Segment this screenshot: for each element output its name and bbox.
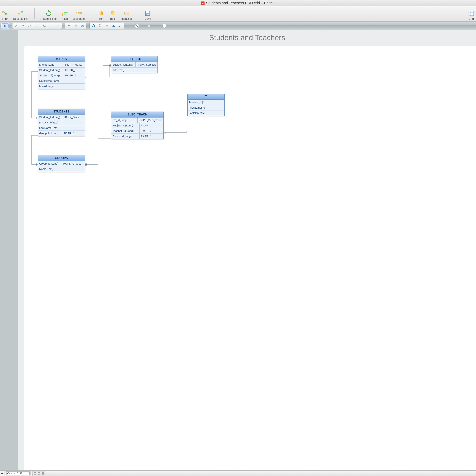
entity-row: FirstName(Te bbox=[187, 105, 224, 110]
zoom-thumb[interactable] bbox=[148, 25, 151, 27]
reverse-link-button[interactable]: Reverse link bbox=[13, 10, 28, 20]
zoom-value: Custom 61% bbox=[7, 472, 22, 475]
view-tools bbox=[89, 23, 124, 29]
entity-row: Group_Id(Long)FK:FR_4 bbox=[38, 131, 85, 136]
diagram-title: Students and Teachers bbox=[18, 34, 476, 42]
status-nav-button[interactable]: ► bbox=[0, 471, 4, 476]
entity-row: MarkId(Long)PK:PK_Marks bbox=[38, 62, 85, 68]
entity-students[interactable]: STUDENTS Student_Id(Long)PK:PK_Students … bbox=[38, 109, 85, 136]
back-button[interactable]: Back bbox=[109, 10, 117, 20]
bring-front-icon bbox=[98, 10, 104, 16]
entity-row: Group_Id(Long)PK:PK_Groups bbox=[38, 161, 85, 166]
svg-point-37 bbox=[99, 25, 101, 26]
curve-tool[interactable] bbox=[27, 23, 33, 28]
entity-header: STUDENTS bbox=[38, 109, 85, 115]
rotate-flip-button[interactable]: Rotate & Flip bbox=[41, 10, 57, 20]
entity-subjteach[interactable]: SUBJ_TEACH ST_Id(Long)PK:PK_Subj_Teach S… bbox=[111, 112, 164, 139]
svg-rect-14 bbox=[112, 12, 115, 15]
svg-rect-20 bbox=[469, 11, 474, 16]
svg-rect-6 bbox=[64, 12, 68, 13]
svg-marker-33 bbox=[74, 25, 77, 27]
align-label: Align bbox=[62, 17, 68, 20]
zoom-tool[interactable] bbox=[97, 23, 103, 28]
entity-header: T bbox=[187, 94, 224, 100]
stamp-tool[interactable] bbox=[110, 23, 117, 28]
zoom-slider[interactable] bbox=[140, 25, 161, 26]
entity-marks[interactable]: MARKS MarkId(Long)PK:PK_Marks Student_Id… bbox=[38, 56, 85, 89]
zoom-out-button[interactable] bbox=[135, 24, 139, 28]
svg-rect-9 bbox=[78, 13, 79, 14]
zoom-in-button[interactable] bbox=[162, 24, 166, 28]
svg-rect-18 bbox=[146, 11, 149, 13]
front-button[interactable]: Front bbox=[97, 10, 105, 20]
arc-tool[interactable] bbox=[20, 23, 26, 28]
svg-line-38 bbox=[101, 26, 102, 27]
align-button[interactable]: Align bbox=[61, 10, 69, 20]
entity-row: FirstName(Text) bbox=[38, 120, 85, 125]
grid-icon bbox=[468, 10, 474, 16]
group-tool[interactable] bbox=[79, 23, 85, 28]
reverse-link-label: Reverse link bbox=[13, 17, 28, 20]
svg-point-27 bbox=[50, 25, 51, 26]
svg-rect-16 bbox=[127, 12, 129, 14]
connector-c-tool[interactable] bbox=[48, 23, 54, 28]
entity-header: MARKS bbox=[38, 56, 85, 62]
connector-a-tool[interactable] bbox=[34, 23, 41, 28]
svg-marker-5 bbox=[62, 11, 63, 16]
view-mode-3[interactable] bbox=[41, 472, 45, 475]
toolbar-separator bbox=[91, 8, 91, 19]
svg-rect-50 bbox=[39, 473, 40, 474]
entity-row: Teacher_Id(Long)FK:FR_2 bbox=[111, 128, 163, 134]
rotate-label: Rotate & Flip bbox=[41, 17, 57, 20]
svg-rect-12 bbox=[99, 11, 102, 14]
distribute-button[interactable]: Distribute bbox=[73, 10, 85, 20]
eyedropper-tool[interactable] bbox=[117, 23, 123, 28]
entity-groups[interactable]: GROUPS Group_Id(Long)PK:PK_Groups Name(T… bbox=[38, 155, 85, 172]
svg-rect-52 bbox=[42, 474, 44, 474]
identical-label: Identical bbox=[121, 17, 132, 20]
window-titlebar: ◆ Students and Teachers ERD.cdd – Page1 bbox=[0, 0, 476, 6]
back-label: Back bbox=[110, 17, 116, 20]
refresh-tool[interactable] bbox=[90, 23, 97, 28]
svg-line-42 bbox=[137, 26, 138, 27]
link-button[interactable]: e link bbox=[1, 10, 9, 20]
connector-tools bbox=[12, 23, 62, 29]
svg-rect-40 bbox=[113, 25, 114, 26]
freeform-tool[interactable] bbox=[66, 23, 72, 28]
svg-marker-4 bbox=[48, 10, 50, 12]
pan-tool[interactable] bbox=[104, 23, 110, 28]
polygon-tool[interactable] bbox=[72, 23, 79, 28]
save-button[interactable]: Save bbox=[144, 10, 152, 20]
svg-point-26 bbox=[45, 26, 46, 27]
grid-button[interactable]: Grid bbox=[467, 10, 475, 20]
connector-b-tool[interactable] bbox=[41, 23, 48, 28]
distribute-icon bbox=[76, 10, 82, 16]
line-tool[interactable] bbox=[13, 23, 19, 28]
entity-subjects[interactable]: SUBJECTS Subject_Id(Long)PK:PK_Subjects … bbox=[111, 56, 158, 73]
zoom-display[interactable]: Custom 61% ▲▼ bbox=[4, 471, 33, 476]
link-label: e link bbox=[1, 17, 8, 20]
entity-row: ST_Id(Long)PK:PK_Subj_Teach bbox=[111, 118, 163, 123]
svg-rect-51 bbox=[42, 473, 44, 473]
view-mode-2[interactable] bbox=[37, 472, 41, 475]
entity-row: Teacher_Id(L bbox=[187, 100, 224, 105]
entity-row: Subject_Id(Long)FK:FR_5 bbox=[38, 73, 85, 78]
entity-teachers[interactable]: T Teacher_Id(L FirstName(Te LastName(Te bbox=[187, 94, 225, 116]
identical-button[interactable]: Identical bbox=[121, 10, 132, 20]
svg-rect-15 bbox=[124, 12, 126, 14]
entity-row: Name(Text) bbox=[38, 166, 85, 172]
zoom-stepper[interactable]: ▲▼ bbox=[27, 472, 30, 475]
entity-row: Student_Id(Long)FK:FR_6 bbox=[38, 68, 85, 73]
send-back-icon bbox=[110, 10, 116, 16]
svg-rect-49 bbox=[38, 473, 39, 474]
svg-rect-10 bbox=[81, 13, 82, 14]
canvas-workspace[interactable]: Students and Teachers bbox=[0, 30, 476, 470]
distribute-label: Distribute bbox=[73, 17, 85, 20]
svg-point-23 bbox=[38, 25, 39, 25]
entity-row: LastName(Te bbox=[187, 110, 224, 116]
canvas-margin bbox=[0, 30, 18, 470]
align-icon bbox=[62, 10, 68, 16]
connector-d-tool[interactable] bbox=[55, 23, 61, 28]
view-mode-1[interactable] bbox=[33, 472, 37, 475]
pointer-tool[interactable] bbox=[2, 23, 8, 28]
